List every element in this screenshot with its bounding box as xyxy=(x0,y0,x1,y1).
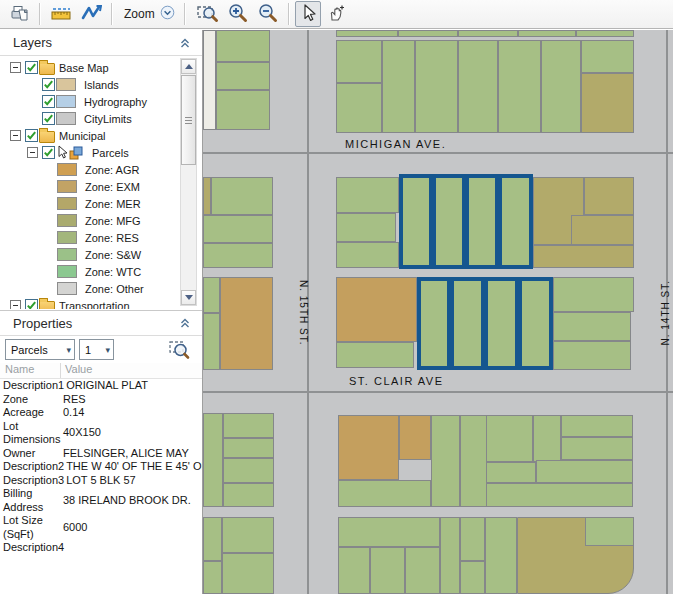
map-canvas[interactable]: MICHIGAN AVE.ST. CLAIR AVEN. 15TH ST.N. … xyxy=(203,30,673,594)
layer-checkbox[interactable] xyxy=(40,111,56,127)
map-parcel[interactable] xyxy=(485,517,517,594)
selected-parcel[interactable] xyxy=(484,277,519,370)
layer-tree-row[interactable]: Zone: MER xyxy=(0,195,180,212)
map-parcel[interactable] xyxy=(338,480,431,507)
layer-tree-row[interactable]: Zone: MFG xyxy=(0,212,180,229)
selected-parcel[interactable] xyxy=(498,174,533,269)
map-parcel[interactable] xyxy=(581,40,634,73)
map-parcel[interactable] xyxy=(216,62,270,90)
map-parcel[interactable] xyxy=(533,415,561,462)
expand-toggle[interactable] xyxy=(24,145,40,161)
scroll-down-button[interactable] xyxy=(181,290,196,305)
map-parcel[interactable] xyxy=(486,483,633,507)
layer-tree-row[interactable]: Zone: RES xyxy=(0,229,180,246)
map-parcel[interactable] xyxy=(533,245,634,268)
layer-checkbox[interactable] xyxy=(40,77,56,93)
map-parcel[interactable] xyxy=(553,312,631,341)
map-parcel[interactable] xyxy=(518,30,576,37)
map-parcel[interactable] xyxy=(460,415,489,507)
collapse-properties-icon[interactable] xyxy=(178,316,192,330)
map-parcel[interactable] xyxy=(440,517,460,594)
print-button[interactable] xyxy=(6,1,34,27)
map-parcel[interactable] xyxy=(223,483,274,507)
map-parcel[interactable] xyxy=(222,517,274,553)
zoom-menu-button[interactable]: Zoom xyxy=(118,1,179,27)
map-parcel[interactable] xyxy=(460,517,485,561)
checkbox-box[interactable] xyxy=(42,78,55,91)
measure-path-button[interactable] xyxy=(76,1,106,27)
pan-tool-button[interactable] xyxy=(321,1,351,27)
selected-parcel[interactable] xyxy=(465,174,499,269)
map-parcel[interactable] xyxy=(203,313,220,370)
checkbox-box[interactable] xyxy=(25,61,38,74)
map-parcel[interactable] xyxy=(203,413,223,507)
layer-checkbox[interactable] xyxy=(23,128,39,144)
map-parcel[interactable] xyxy=(398,30,458,37)
map-parcel[interactable] xyxy=(222,553,274,594)
map-parcel[interactable] xyxy=(336,213,396,242)
layer-tree-row[interactable]: Base Map xyxy=(0,59,180,76)
map-parcel[interactable] xyxy=(338,547,370,594)
selected-parcel[interactable] xyxy=(432,174,466,269)
expand-toggle[interactable] xyxy=(7,298,23,310)
zoom-out-button[interactable] xyxy=(253,1,283,27)
map-parcel[interactable] xyxy=(223,458,274,483)
map-parcel[interactable] xyxy=(336,342,414,368)
layer-tree-row[interactable]: Zone: Other xyxy=(0,280,180,297)
map-parcel[interactable] xyxy=(561,437,633,460)
layer-tree-row[interactable]: Hydrography xyxy=(0,93,180,110)
map-parcel[interactable] xyxy=(223,413,274,438)
map-parcel[interactable] xyxy=(203,561,222,594)
map-parcel[interactable] xyxy=(203,30,216,130)
collapse-minus-icon[interactable] xyxy=(10,130,21,141)
map-parcel[interactable] xyxy=(541,40,581,133)
zoom-to-selection-button[interactable] xyxy=(168,339,190,364)
measure-button[interactable] xyxy=(46,1,76,27)
map-parcel[interactable] xyxy=(336,83,382,133)
collapse-layers-icon[interactable] xyxy=(178,36,192,50)
map-parcel[interactable] xyxy=(431,415,460,507)
layer-checkbox[interactable] xyxy=(23,298,39,310)
map-parcel[interactable] xyxy=(584,177,634,215)
expand-toggle[interactable] xyxy=(7,60,23,76)
map-parcel[interactable] xyxy=(336,30,398,37)
map-parcel[interactable] xyxy=(581,73,634,133)
map-parcel[interactable] xyxy=(561,415,633,437)
layer-tree-row[interactable]: CityLimits xyxy=(0,110,180,127)
layer-tree-row[interactable]: Zone: WTC xyxy=(0,263,180,280)
map-parcel[interactable] xyxy=(203,277,220,313)
map-parcel[interactable] xyxy=(223,438,274,458)
checkbox-box[interactable] xyxy=(25,299,38,309)
map-parcel[interactable] xyxy=(338,517,440,547)
map-parcel[interactable] xyxy=(203,177,211,215)
checkbox-box[interactable] xyxy=(42,95,55,108)
selected-parcel[interactable] xyxy=(518,277,553,370)
record-select[interactable]: 1 ▾ xyxy=(79,339,114,360)
map-parcel[interactable] xyxy=(336,177,399,213)
map-parcel[interactable] xyxy=(571,215,634,245)
map-parcel[interactable] xyxy=(553,341,631,370)
layer-tree-row[interactable]: Islands xyxy=(0,76,180,93)
map-parcel[interactable] xyxy=(498,40,541,133)
map-parcel[interactable] xyxy=(211,177,273,215)
layer-tree-row[interactable]: Municipal xyxy=(0,127,180,144)
map-parcel[interactable] xyxy=(336,277,417,342)
map-parcel[interactable] xyxy=(460,561,485,594)
layer-checkbox[interactable] xyxy=(40,145,56,161)
map-parcel[interactable] xyxy=(486,415,533,462)
map-parcel[interactable] xyxy=(585,517,634,546)
layer-checkbox[interactable] xyxy=(23,60,39,76)
map-parcel[interactable] xyxy=(216,30,270,62)
collapse-minus-icon[interactable] xyxy=(27,147,38,158)
selected-parcel[interactable] xyxy=(399,174,433,269)
map-parcel[interactable] xyxy=(203,517,222,561)
layers-scrollbar[interactable] xyxy=(180,58,197,306)
map-parcel[interactable] xyxy=(370,547,405,594)
select-tool-button[interactable] xyxy=(295,1,321,27)
checkbox-box[interactable] xyxy=(25,129,38,142)
map-parcel[interactable] xyxy=(486,462,536,483)
map-parcel[interactable] xyxy=(336,40,382,83)
zoom-in-button[interactable] xyxy=(223,1,253,27)
collapse-minus-icon[interactable] xyxy=(10,62,21,73)
layer-tree-row[interactable]: Zone: AGR xyxy=(0,161,180,178)
